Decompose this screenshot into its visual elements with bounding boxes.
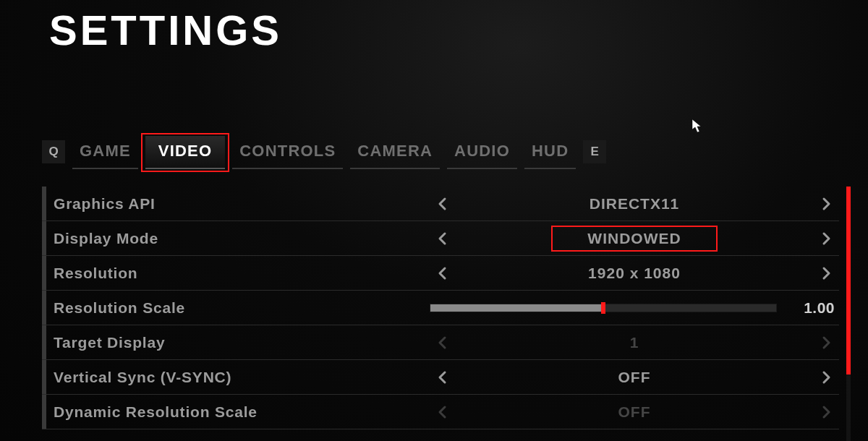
setting-value: WINDOWED <box>456 227 813 250</box>
row-accent <box>42 187 46 220</box>
slider-control: 1.00 <box>430 299 839 317</box>
scrollbar-thumb[interactable] <box>846 187 851 374</box>
tabs-row: Q GAME VIDEO CONTROLS CAMERA AUDIO HUD E <box>42 136 839 168</box>
settings-list: Graphics APIDIRECTX11Display ModeWINDOWE… <box>42 187 839 441</box>
tab-video[interactable]: VIDEO <box>145 136 225 168</box>
slider-track[interactable] <box>430 304 777 312</box>
setting-value-text: DIRECTX11 <box>561 192 709 215</box>
setting-value: OFF <box>456 366 813 389</box>
row-accent <box>42 325 46 359</box>
slider-handle[interactable] <box>601 302 605 314</box>
next-tab-key[interactable]: E <box>583 140 606 163</box>
tab-game[interactable]: GAME <box>72 136 138 168</box>
setting-value: OFF <box>456 401 813 424</box>
setting-row-3: Resolution Scale1.00 <box>42 291 839 325</box>
chevron-right-icon <box>813 405 839 419</box>
chevron-right-icon[interactable] <box>813 266 839 281</box>
prev-tab-key[interactable]: Q <box>42 140 65 163</box>
setting-value: DIRECTX11 <box>456 192 813 215</box>
chevron-left-icon[interactable] <box>430 231 456 246</box>
setting-row-1: Display ModeWINDOWED <box>42 221 839 256</box>
selector: DIRECTX11 <box>430 192 839 215</box>
setting-label: Dynamic Resolution Scale <box>54 403 430 421</box>
setting-row-5: Vertical Sync (V-SYNC)OFF <box>42 360 839 395</box>
setting-value: 1 <box>456 331 813 354</box>
setting-row-0: Graphics APIDIRECTX11 <box>42 187 839 221</box>
tab-camera[interactable]: CAMERA <box>350 136 440 168</box>
scrollbar[interactable] <box>846 187 851 441</box>
slider-fill <box>430 304 603 312</box>
tab-controls[interactable]: CONTROLS <box>232 136 343 168</box>
setting-row-6: Dynamic Resolution ScaleOFF <box>42 395 839 429</box>
selector: 1 <box>430 331 839 354</box>
slider-value: 1.00 <box>777 299 839 317</box>
setting-label: Graphics API <box>54 195 430 213</box>
chevron-left-icon[interactable] <box>430 266 456 281</box>
chevron-left-icon <box>430 405 456 419</box>
chevron-left-icon <box>430 335 456 350</box>
chevron-left-icon[interactable] <box>430 370 456 385</box>
selector: WINDOWED <box>430 227 839 250</box>
row-accent <box>42 395 46 429</box>
row-accent <box>42 291 46 325</box>
setting-value: 1920 x 1080 <box>456 262 813 285</box>
setting-row-2: Resolution1920 x 1080 <box>42 256 839 291</box>
selector: 1920 x 1080 <box>430 262 839 285</box>
setting-row-4: Target Display1 <box>42 325 839 360</box>
chevron-left-icon[interactable] <box>430 197 456 211</box>
tab-hud[interactable]: HUD <box>524 136 576 168</box>
chevron-right-icon[interactable] <box>813 370 839 385</box>
row-accent <box>42 221 46 255</box>
setting-value-text: WINDOWED <box>553 227 715 250</box>
chevron-right-icon <box>813 335 839 350</box>
setting-label: Resolution Scale <box>54 299 430 317</box>
selector: OFF <box>430 401 839 424</box>
setting-value-text: 1 <box>601 331 668 354</box>
setting-value-text: OFF <box>590 366 680 389</box>
setting-label: Vertical Sync (V-SYNC) <box>54 369 430 386</box>
tab-audio[interactable]: AUDIO <box>447 136 517 168</box>
chevron-right-icon[interactable] <box>813 197 839 211</box>
setting-value-text: 1920 x 1080 <box>559 262 710 285</box>
setting-value-text: OFF <box>590 401 680 424</box>
cursor-icon <box>692 119 703 133</box>
row-accent <box>42 360 46 394</box>
setting-label: Target Display <box>54 334 430 351</box>
row-accent <box>42 256 46 290</box>
selector: OFF <box>430 366 839 389</box>
chevron-right-icon[interactable] <box>813 231 839 246</box>
setting-label: Resolution <box>54 265 430 282</box>
setting-label: Display Mode <box>54 230 430 247</box>
page-title: SETTINGS <box>49 6 282 54</box>
